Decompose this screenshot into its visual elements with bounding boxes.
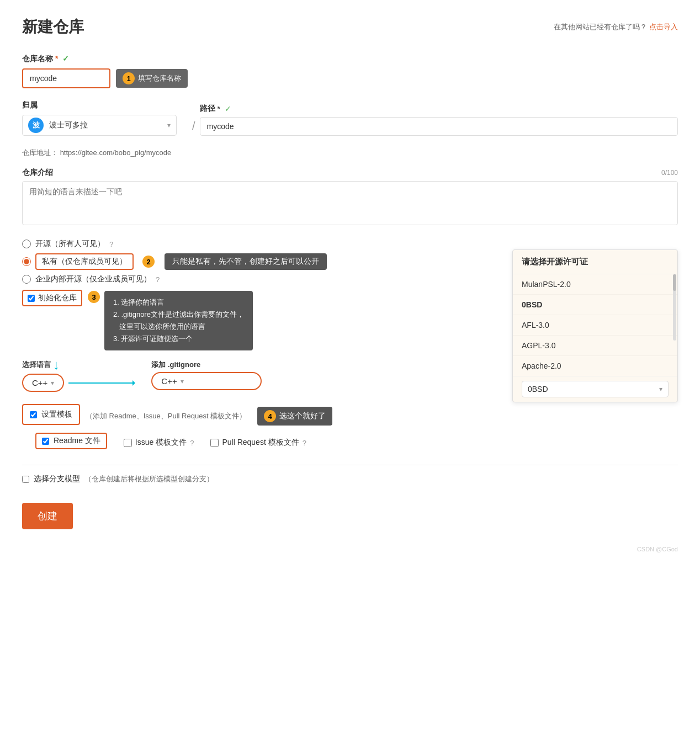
readme-checkbox[interactable]: [42, 438, 49, 445]
readme-label: Readme 文件: [54, 436, 100, 446]
radio-enterprise-label: 企业内部开源（仅企业成员可见）: [35, 274, 151, 284]
issue-help-icon[interactable]: ?: [190, 439, 194, 447]
path-separator: /: [188, 116, 200, 136]
repo-name-section: 仓库名称 * ✓ 1 填写仓库名称: [22, 54, 678, 88]
radio-enterprise-input[interactable]: [22, 275, 31, 284]
license-bottom-arrow: ▾: [659, 385, 662, 393]
page-header: 新建仓库 在其他网站已经有仓库了吗？ 点击导入: [22, 17, 678, 38]
pr-label: Pull Request 模板文件: [222, 438, 299, 448]
templates-label: 设置模板: [41, 410, 72, 419]
desc-textarea[interactable]: [22, 181, 678, 225]
path-label: 路径: [200, 104, 215, 114]
language-select[interactable]: C++ ▾: [22, 374, 64, 392]
issue-checkbox-item: Issue 模板文件 ?: [124, 438, 194, 448]
templates-hint: （添加 Readme、Issue、Pull Request 模板文件）: [86, 411, 246, 421]
public-help-icon[interactable]: ?: [109, 240, 113, 248]
name-valid-check: ✓: [62, 54, 69, 63]
pr-checkbox[interactable]: [210, 439, 219, 447]
radio-private-input[interactable]: [22, 257, 31, 266]
pr-checkbox-item: Pull Request 模板文件 ?: [210, 438, 306, 448]
gitignore-dropdown-arrow: ▾: [181, 378, 184, 385]
license-scrollbar-track: [673, 274, 676, 341]
path-valid-check: ✓: [225, 104, 231, 113]
issue-label: Issue 模板文件: [135, 438, 187, 448]
license-item-afl[interactable]: AFL-3.0: [513, 315, 677, 336]
path-input[interactable]: [200, 117, 678, 136]
description-section: 仓库介绍 0/100: [22, 168, 678, 227]
radio-public: 开源（所有人可见） ?: [22, 239, 678, 249]
path-required: *: [218, 104, 220, 113]
step2-badge: 2: [142, 256, 155, 268]
templates-sub-row: Readme 文件 Issue 模板文件 ? Pull Request 模板文件…: [35, 433, 678, 453]
step3-tooltip: 1. 选择你的语言 2. .gitignore文件是过滤出你需要的文件， 这里可…: [104, 291, 253, 350]
license-item-0bsd[interactable]: 0BSD: [513, 295, 677, 315]
owner-label: 归属: [22, 100, 177, 110]
repo-url: 仓库地址： https://gitee.com/bobo_pig/mycode: [22, 148, 678, 158]
init-checkbox[interactable]: [28, 295, 35, 302]
import-area: 在其他网站已经有仓库了吗？ 点击导入: [554, 22, 678, 32]
license-panel-title: 请选择开源许可证: [513, 250, 677, 274]
path-col: / 路径 * ✓: [188, 104, 678, 136]
required-star: *: [55, 54, 58, 63]
import-question: 在其他网站已经有仓库了吗？: [554, 23, 647, 31]
step1-badge: 1: [123, 72, 135, 84]
desc-label: 仓库介绍: [22, 168, 53, 178]
license-dropdown-panel: 请选择开源许可证 MulanPSL-2.0 0BSD AFL-3.0 AGPL-…: [512, 249, 678, 402]
step4-tooltip: 4 选这个就好了: [257, 407, 332, 426]
license-item-mulan[interactable]: MulanPSL-2.0: [513, 274, 677, 295]
radio-private-label: 私有（仅仓库成员可见）: [35, 253, 134, 270]
owner-name: 波士可多拉: [49, 120, 88, 130]
license-scrollbar-thumb: [673, 274, 676, 291]
language-label: 选择语言: [22, 360, 51, 370]
branch-model-section: 选择分支模型 （仓库创建后将根据所选模型创建分支）: [22, 474, 678, 484]
pr-help-icon[interactable]: ?: [303, 439, 306, 447]
init-checkbox-box: 初始化仓库: [22, 290, 82, 306]
gitignore-select[interactable]: C++ ▾: [151, 372, 262, 390]
step2-tooltip: 只能是私有，先不管，创建好之后可以公开: [165, 253, 327, 270]
lang-dropdown-arrow: ▾: [51, 379, 54, 387]
import-link[interactable]: 点击导入: [649, 23, 678, 31]
repo-name-row: 1 填写仓库名称: [22, 68, 678, 88]
enterprise-help-icon[interactable]: ?: [156, 275, 160, 284]
issue-checkbox[interactable]: [124, 439, 132, 447]
branch-model-checkbox[interactable]: [22, 476, 29, 483]
language-col: 选择语言 ↓ C++ ▾: [22, 358, 135, 392]
owner-dropdown-arrow: ▾: [167, 121, 171, 129]
templates-checkbox-box: 设置模板: [22, 404, 80, 425]
lang-down-arrow: ↓: [53, 358, 60, 371]
step3-badge: 3: [88, 291, 100, 303]
page-title: 新建仓库: [22, 17, 84, 38]
path-input-wrapper: 路径 * ✓: [200, 104, 678, 136]
init-label: 初始化仓库: [38, 293, 77, 303]
step1-tooltip: 1 填写仓库名称: [116, 69, 188, 88]
templates-main-checkbox[interactable]: [30, 411, 37, 418]
create-button[interactable]: 创建: [22, 503, 73, 529]
owner-select[interactable]: 波 波士可多拉 ▾: [22, 115, 177, 136]
repo-name-label: 仓库名称 * ✓: [22, 54, 678, 64]
footer: CSDN @CGod: [22, 546, 678, 552]
owner-col: 归属 波 波士可多拉 ▾: [22, 100, 177, 136]
desc-header: 仓库介绍 0/100: [22, 168, 678, 178]
templates-section: 设置模板 （添加 Readme、Issue、Pull Request 模板文件）…: [22, 404, 678, 453]
license-bottom-select[interactable]: 0BSD ▾: [522, 381, 669, 397]
radio-public-input[interactable]: [22, 240, 31, 248]
readme-checkbox-box: Readme 文件: [35, 433, 107, 449]
branch-model-label: 选择分支模型: [34, 474, 80, 484]
license-item-apache[interactable]: Apache-2.0: [513, 356, 677, 376]
repo-name-input[interactable]: [22, 68, 110, 88]
license-bottom-select-wrapper: 0BSD ▾: [513, 376, 677, 402]
owner-avatar: 波: [28, 118, 44, 133]
owner-path-section: 归属 波 波士可多拉 ▾ / 路径 * ✓: [22, 100, 678, 136]
branch-model-hint: （仓库创建后将根据所选模型创建分支）: [84, 474, 214, 484]
desc-counter: 0/100: [661, 169, 678, 177]
radio-public-label: 开源（所有人可见）: [35, 239, 105, 249]
license-item-agpl[interactable]: AGPL-3.0: [513, 336, 677, 356]
step4-badge: 4: [264, 410, 276, 422]
